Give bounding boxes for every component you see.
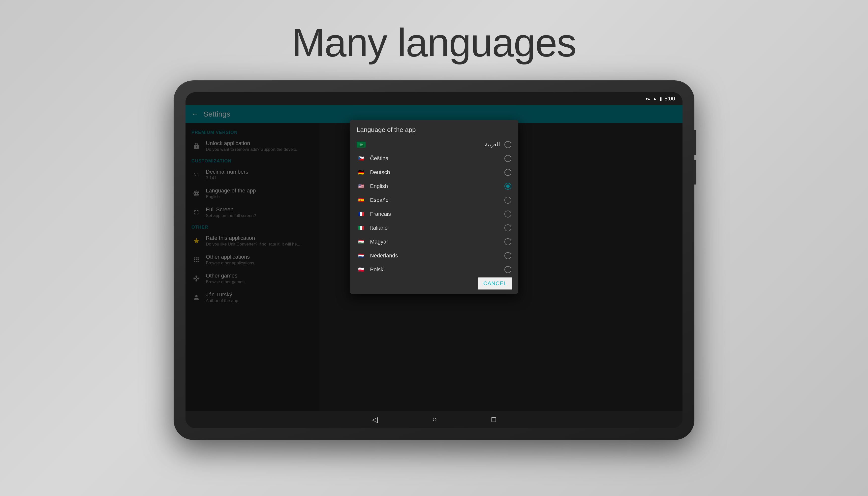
- nav-back-button[interactable]: ◁: [370, 413, 380, 426]
- lang-item-cs[interactable]: 🇨🇿 Čeština: [350, 152, 518, 166]
- dialog-actions: CANCEL: [350, 274, 518, 294]
- lang-item-de[interactable]: 🇩🇪 Deutsch: [350, 166, 518, 179]
- status-icons: ▾▴ ▲ ▮ 8:00: [646, 95, 675, 102]
- lang-name-ar: العربية: [370, 141, 500, 148]
- lang-name-es: Español: [370, 197, 500, 203]
- lang-name-nl: Nederlands: [370, 252, 500, 259]
- radio-en[interactable]: [505, 183, 511, 190]
- lang-name-cs: Čeština: [370, 155, 500, 162]
- status-bar: ▾▴ ▲ ▮ 8:00: [186, 92, 682, 105]
- page-headline: Many languages: [292, 20, 576, 65]
- lang-name-en: English: [370, 183, 500, 189]
- nav-recent-button[interactable]: □: [489, 413, 498, 426]
- nav-home-button[interactable]: ○: [430, 413, 439, 426]
- lang-item-es[interactable]: 🇪🇸 Español: [350, 193, 518, 207]
- language-dialog: Language of the app 🇸🇦 العربية 🇨🇿 Češtin…: [350, 120, 518, 294]
- signal-icon: ▲: [652, 96, 657, 102]
- cancel-button[interactable]: CANCEL: [478, 277, 512, 290]
- flag-it: 🇮🇹: [357, 225, 366, 231]
- flag-es: 🇪🇸: [357, 197, 366, 203]
- flag-sa: 🇸🇦: [357, 142, 366, 148]
- dialog-title: Language of the app: [350, 120, 518, 138]
- lang-name-fr: Français: [370, 211, 500, 217]
- flag-hu: 🇭🇺: [357, 239, 366, 245]
- lang-name-pl: Polski: [370, 266, 500, 273]
- lang-item-fr[interactable]: 🇫🇷 Français: [350, 207, 518, 221]
- lang-name-hu: Magyar: [370, 238, 500, 245]
- radio-fr[interactable]: [505, 211, 511, 217]
- flag-nl: 🇳🇱: [357, 253, 366, 259]
- tablet-body: ▾▴ ▲ ▮ 8:00 ← Settings PREMIUM VERSIO: [174, 80, 694, 440]
- volume-up-button[interactable]: [694, 130, 696, 155]
- wifi-icon: ▾▴: [646, 96, 650, 102]
- lang-name-it: Italiano: [370, 225, 500, 231]
- lang-item-ar[interactable]: 🇸🇦 العربية: [350, 138, 518, 152]
- radio-de[interactable]: [505, 169, 511, 176]
- lang-item-nl[interactable]: 🇳🇱 Nederlands: [350, 249, 518, 263]
- lang-item-hu[interactable]: 🇭🇺 Magyar: [350, 235, 518, 249]
- radio-cs[interactable]: [505, 155, 511, 162]
- lang-name-de: Deutsch: [370, 169, 500, 175]
- lang-item-pl[interactable]: 🇵🇱 Polski: [350, 263, 518, 274]
- flag-de: 🇩🇪: [357, 169, 366, 175]
- radio-hu[interactable]: [505, 238, 511, 245]
- flag-cz: 🇨🇿: [357, 155, 366, 161]
- radio-it[interactable]: [505, 224, 511, 231]
- battery-icon: ▮: [660, 96, 662, 102]
- tablet-screen: ▾▴ ▲ ▮ 8:00 ← Settings PREMIUM VERSIO: [186, 92, 682, 428]
- lang-item-it[interactable]: 🇮🇹 Italiano: [350, 221, 518, 235]
- radio-pl[interactable]: [505, 266, 511, 273]
- flag-pl: 🇵🇱: [357, 267, 366, 273]
- radio-es[interactable]: [505, 197, 511, 204]
- radio-nl[interactable]: [505, 252, 511, 259]
- dialog-overlay: Language of the app 🇸🇦 العربية 🇨🇿 Češtin…: [186, 105, 682, 411]
- bottom-nav: ◁ ○ □: [186, 411, 682, 428]
- volume-down-button[interactable]: [694, 160, 696, 185]
- flag-fr: 🇫🇷: [357, 211, 366, 217]
- tablet-device: ▾▴ ▲ ▮ 8:00 ← Settings PREMIUM VERSIO: [174, 80, 694, 440]
- language-list: 🇸🇦 العربية 🇨🇿 Čeština 🇩🇪: [350, 138, 518, 274]
- lang-item-en[interactable]: 🇺🇸 English: [350, 179, 518, 193]
- radio-ar[interactable]: [505, 141, 511, 148]
- flag-us: 🇺🇸: [357, 183, 366, 189]
- status-time: 8:00: [664, 95, 675, 102]
